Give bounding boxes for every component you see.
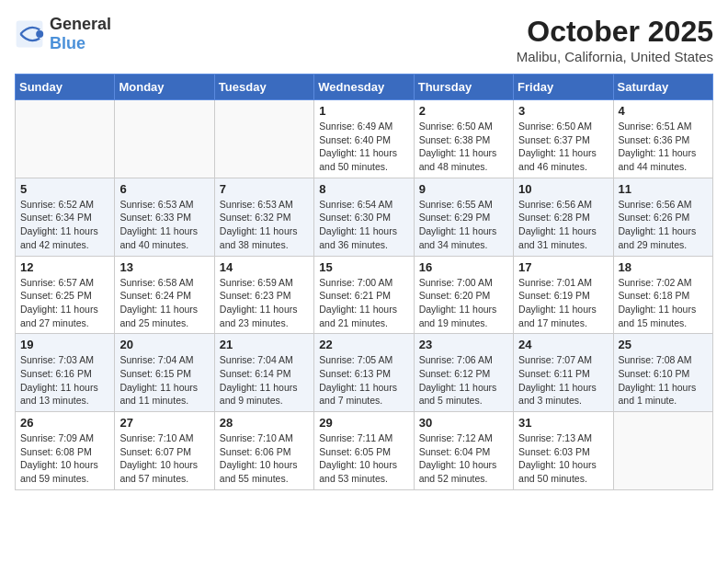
calendar-cell: 28Sunrise: 7:10 AM Sunset: 6:06 PM Dayli…: [214, 412, 313, 490]
day-info: Sunrise: 6:54 AM Sunset: 6:30 PM Dayligh…: [319, 198, 408, 252]
day-number: 19: [20, 338, 109, 351]
calendar-cell: 3Sunrise: 6:50 AM Sunset: 6:37 PM Daylig…: [514, 100, 613, 178]
calendar-cell: 29Sunrise: 7:11 AM Sunset: 6:05 PM Dayli…: [314, 412, 414, 490]
logo-icon: [15, 19, 44, 49]
calendar-cell: 14Sunrise: 6:59 AM Sunset: 6:23 PM Dayli…: [214, 256, 313, 334]
calendar-cell: 18Sunrise: 7:02 AM Sunset: 6:18 PM Dayli…: [613, 256, 712, 334]
calendar-cell: 9Sunrise: 6:55 AM Sunset: 6:29 PM Daylig…: [414, 178, 513, 256]
day-number: 21: [220, 338, 309, 351]
calendar-cell: [214, 100, 313, 178]
day-info: Sunrise: 6:50 AM Sunset: 6:37 PM Dayligh…: [518, 120, 608, 174]
calendar-cell: 31Sunrise: 7:13 AM Sunset: 6:03 PM Dayli…: [514, 412, 613, 490]
weekday-header-friday: Friday: [514, 75, 613, 100]
day-info: Sunrise: 7:06 AM Sunset: 6:12 PM Dayligh…: [419, 353, 508, 408]
calendar-cell: 2Sunrise: 6:50 AM Sunset: 6:38 PM Daylig…: [414, 100, 513, 178]
day-number: 24: [518, 338, 608, 351]
day-number: 10: [518, 182, 608, 196]
day-number: 25: [619, 338, 708, 351]
day-number: 31: [518, 416, 608, 430]
logo-line2: Blue: [50, 34, 111, 53]
weekday-header-thursday: Thursday: [414, 75, 513, 100]
calendar-cell: 11Sunrise: 6:56 AM Sunset: 6:26 PM Dayli…: [613, 178, 712, 256]
day-number: 4: [619, 104, 708, 118]
logo-line1: General: [50, 15, 111, 34]
logo-text: General Blue: [50, 15, 111, 53]
day-info: Sunrise: 6:57 AM Sunset: 6:25 PM Dayligh…: [20, 276, 109, 330]
day-info: Sunrise: 7:00 AM Sunset: 6:20 PM Dayligh…: [419, 276, 508, 330]
day-number: 12: [20, 260, 109, 274]
day-number: 8: [319, 182, 408, 196]
calendar-cell: 4Sunrise: 6:51 AM Sunset: 6:36 PM Daylig…: [613, 100, 712, 178]
calendar-cell: 21Sunrise: 7:04 AM Sunset: 6:14 PM Dayli…: [214, 334, 313, 412]
day-number: 2: [419, 104, 508, 118]
day-info: Sunrise: 6:51 AM Sunset: 6:36 PM Dayligh…: [619, 120, 708, 174]
day-number: 9: [419, 182, 508, 196]
day-info: Sunrise: 7:04 AM Sunset: 6:15 PM Dayligh…: [119, 353, 209, 408]
calendar-cell: 12Sunrise: 6:57 AM Sunset: 6:25 PM Dayli…: [16, 256, 115, 334]
day-number: 17: [518, 260, 608, 274]
calendar-week-row: 12Sunrise: 6:57 AM Sunset: 6:25 PM Dayli…: [16, 256, 713, 334]
day-info: Sunrise: 7:13 AM Sunset: 6:03 PM Dayligh…: [518, 431, 608, 486]
day-number: 23: [419, 338, 508, 351]
weekday-header-tuesday: Tuesday: [214, 75, 313, 100]
calendar-cell: [613, 412, 712, 490]
weekday-header-row: SundayMondayTuesdayWednesdayThursdayFrid…: [16, 75, 713, 100]
title-block: October 2025 Malibu, California, United …: [517, 15, 713, 64]
day-info: Sunrise: 7:02 AM Sunset: 6:18 PM Dayligh…: [619, 276, 708, 330]
calendar-week-row: 5Sunrise: 6:52 AM Sunset: 6:34 PM Daylig…: [16, 178, 713, 256]
day-number: 20: [119, 338, 209, 351]
day-number: 6: [119, 182, 209, 196]
calendar-cell: 1Sunrise: 6:49 AM Sunset: 6:40 PM Daylig…: [314, 100, 414, 178]
day-info: Sunrise: 6:50 AM Sunset: 6:38 PM Dayligh…: [419, 120, 508, 174]
day-number: 13: [119, 260, 209, 274]
calendar-cell: 15Sunrise: 7:00 AM Sunset: 6:21 PM Dayli…: [314, 256, 414, 334]
calendar-cell: [115, 100, 214, 178]
day-info: Sunrise: 7:09 AM Sunset: 6:08 PM Dayligh…: [20, 431, 109, 486]
calendar-cell: 10Sunrise: 6:56 AM Sunset: 6:28 PM Dayli…: [514, 178, 613, 256]
day-info: Sunrise: 6:56 AM Sunset: 6:28 PM Dayligh…: [518, 198, 608, 252]
day-number: 3: [518, 104, 608, 118]
logo: General Blue: [15, 15, 111, 53]
page-title: October 2025: [517, 15, 713, 49]
day-info: Sunrise: 6:53 AM Sunset: 6:33 PM Dayligh…: [119, 198, 209, 252]
calendar-cell: 22Sunrise: 7:05 AM Sunset: 6:13 PM Dayli…: [314, 334, 414, 412]
day-number: 30: [419, 416, 508, 430]
day-info: Sunrise: 7:10 AM Sunset: 6:07 PM Dayligh…: [119, 431, 209, 486]
day-number: 7: [220, 182, 309, 196]
weekday-header-sunday: Sunday: [16, 75, 115, 100]
weekday-header-saturday: Saturday: [613, 75, 712, 100]
svg-point-1: [36, 30, 43, 38]
calendar-cell: 24Sunrise: 7:07 AM Sunset: 6:11 PM Dayli…: [514, 334, 613, 412]
day-info: Sunrise: 6:59 AM Sunset: 6:23 PM Dayligh…: [220, 276, 309, 330]
day-info: Sunrise: 7:04 AM Sunset: 6:14 PM Dayligh…: [220, 353, 309, 408]
calendar-table: SundayMondayTuesdayWednesdayThursdayFrid…: [15, 74, 713, 490]
day-number: 18: [619, 260, 708, 274]
day-number: 15: [319, 260, 408, 274]
calendar-cell: 17Sunrise: 7:01 AM Sunset: 6:19 PM Dayli…: [514, 256, 613, 334]
day-info: Sunrise: 7:10 AM Sunset: 6:06 PM Dayligh…: [220, 431, 309, 486]
page-header: General Blue October 2025 Malibu, Califo…: [15, 15, 713, 64]
day-number: 5: [20, 182, 109, 196]
day-info: Sunrise: 7:12 AM Sunset: 6:04 PM Dayligh…: [419, 431, 508, 486]
calendar-week-row: 19Sunrise: 7:03 AM Sunset: 6:16 PM Dayli…: [16, 334, 713, 412]
day-number: 22: [319, 338, 408, 351]
calendar-cell: 20Sunrise: 7:04 AM Sunset: 6:15 PM Dayli…: [115, 334, 214, 412]
day-number: 27: [119, 416, 209, 430]
calendar-cell: 27Sunrise: 7:10 AM Sunset: 6:07 PM Dayli…: [115, 412, 214, 490]
day-number: 1: [319, 104, 408, 118]
day-number: 14: [220, 260, 309, 274]
calendar-week-row: 26Sunrise: 7:09 AM Sunset: 6:08 PM Dayli…: [16, 412, 713, 490]
day-info: Sunrise: 7:07 AM Sunset: 6:11 PM Dayligh…: [518, 353, 608, 408]
day-info: Sunrise: 6:56 AM Sunset: 6:26 PM Dayligh…: [619, 198, 708, 252]
day-info: Sunrise: 7:08 AM Sunset: 6:10 PM Dayligh…: [619, 353, 708, 408]
day-number: 11: [619, 182, 708, 196]
day-info: Sunrise: 6:52 AM Sunset: 6:34 PM Dayligh…: [20, 198, 109, 252]
day-number: 28: [220, 416, 309, 430]
calendar-cell: 23Sunrise: 7:06 AM Sunset: 6:12 PM Dayli…: [414, 334, 513, 412]
day-info: Sunrise: 6:53 AM Sunset: 6:32 PM Dayligh…: [220, 198, 309, 252]
day-info: Sunrise: 6:49 AM Sunset: 6:40 PM Dayligh…: [319, 120, 408, 174]
weekday-header-wednesday: Wednesday: [314, 75, 414, 100]
day-number: 26: [20, 416, 109, 430]
calendar-cell: 13Sunrise: 6:58 AM Sunset: 6:24 PM Dayli…: [115, 256, 214, 334]
weekday-header-monday: Monday: [115, 75, 214, 100]
